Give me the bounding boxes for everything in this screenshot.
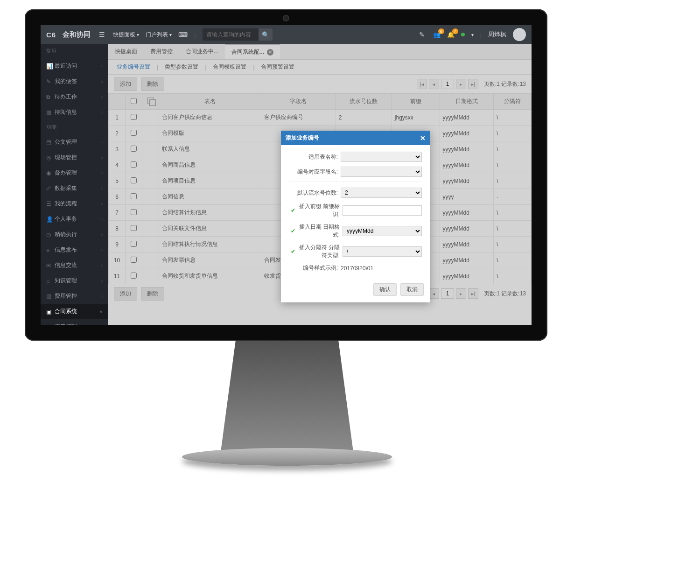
portal-list-dropdown[interactable]: 门户列表 — [146, 31, 172, 39]
sidebar-item[interactable]: ⌂知识管理› — [41, 273, 108, 288]
search-button[interactable]: 🔍 — [259, 28, 273, 41]
sidebar-item[interactable]: 📊最近访问› — [41, 58, 108, 74]
sidebar-item[interactable]: ✉信息交流› — [41, 258, 108, 273]
label-prefix: 插入前缀 前缀标识: — [299, 203, 343, 218]
select-default-digits[interactable]: 2 — [341, 188, 422, 198]
sidebar-item-icon: ◎ — [46, 154, 55, 161]
sidebar-item-label: 费用管控 — [55, 292, 101, 300]
search-input[interactable] — [203, 31, 259, 38]
modal-body: 适用表名称: 编号对应字段名: 默认流水号位数: 2 ✔ 插入前缀 前缀标 — [281, 145, 430, 283]
chevron-icon: › — [101, 278, 103, 283]
modal-header: 添加业务编号 ✕ — [281, 131, 430, 145]
sidebar-item-label: 待办工作 — [55, 93, 101, 101]
content-area: 快捷桌面费用管控合同业务中...合同系统配...✕ 业务编号设置|类型参数设置|… — [108, 44, 532, 325]
notif-bell-icon[interactable]: 🔔7 — [447, 31, 455, 38]
sidebar-item-icon: 👤 — [46, 216, 55, 223]
modal-cancel-button[interactable]: 取消 — [400, 283, 424, 296]
sidebar-item-icon: ◉ — [46, 170, 55, 176]
chevron-icon: › — [101, 94, 103, 99]
input-prefix[interactable] — [343, 205, 422, 216]
sidebar-item-label: 精确执行 — [55, 231, 101, 238]
sidebar-group-common: 常用 — [41, 44, 108, 58]
label-field-name: 编号对应字段名: — [289, 168, 341, 176]
quick-panel-dropdown[interactable]: 快捷面板 — [113, 31, 139, 39]
status-dot-icon[interactable] — [461, 33, 465, 36]
sidebar-item-icon: ◷ — [46, 231, 55, 238]
search-box: 🔍 — [203, 28, 273, 41]
sidebar-item-label: 项目管理 — [55, 323, 101, 325]
modal-ok-button[interactable]: 确认 — [373, 283, 397, 296]
notif-people-icon[interactable]: 👥6 — [433, 31, 441, 38]
sidebar-item-label: 合同系统 — [55, 308, 99, 315]
badge-count-1: 6 — [438, 28, 444, 34]
monitor-stand-neck — [219, 341, 355, 462]
monitor-stand-base — [182, 448, 392, 466]
sidebar-item-icon: ▦ — [46, 109, 55, 116]
chevron-icon: › — [101, 217, 103, 222]
chevron-icon: › — [101, 110, 103, 115]
sidebar-item-label: 待阅信息 — [55, 108, 101, 116]
sidebar-item-label: 我的便签 — [55, 77, 101, 85]
sidebar-item-icon: ☰ — [46, 201, 55, 207]
check-prefix-icon[interactable]: ✔ — [289, 207, 297, 214]
sidebar-item[interactable]: ◉督办管理› — [41, 165, 108, 181]
sidebar-item[interactable]: 👤个人事务› — [41, 211, 108, 227]
sidebar-item[interactable]: ▥费用管控› — [41, 288, 108, 304]
select-date-fmt[interactable]: yyyyMMdd — [343, 226, 422, 236]
sidebar-item[interactable]: ≡信息发布› — [41, 242, 108, 258]
chevron-icon: › — [101, 170, 103, 175]
menu-toggle-icon[interactable]: ☰ — [97, 31, 106, 38]
sidebar-item-icon: ␥ — [46, 185, 55, 192]
sidebar-item[interactable]: ✎我的便签› — [41, 74, 108, 89]
sidebar-item[interactable]: ▤项目管理› — [41, 319, 108, 325]
check-date-icon[interactable]: ✔ — [289, 228, 297, 234]
avatar[interactable] — [513, 28, 526, 41]
sidebar-item[interactable]: ▤公文管理› — [41, 134, 108, 150]
sidebar-item[interactable]: ⧉待办工作› — [41, 89, 108, 105]
sidebar-item-label: 公文管理 — [55, 138, 101, 146]
sidebar-item-icon: 📊 — [46, 63, 55, 70]
sidebar-item-icon: ▥ — [46, 293, 55, 300]
display-icon[interactable]: ⌨ — [178, 31, 188, 38]
label-default-digits: 默认流水号位数: — [289, 189, 341, 197]
check-sep-icon[interactable]: ✔ — [289, 248, 297, 255]
value-example: 20170920\01 — [341, 265, 373, 272]
sidebar-item-icon: ▤ — [46, 139, 55, 146]
modal-footer: 确认 取消 — [281, 283, 430, 302]
sidebar-item-label: 信息发布 — [55, 246, 101, 254]
chevron-icon: › — [101, 186, 103, 191]
label-table-name: 适用表名称: — [289, 153, 341, 161]
sidebar-item-icon: ⌂ — [46, 278, 55, 284]
sidebar-group-func: 功能 — [41, 120, 108, 134]
logo-c6: C6 — [46, 31, 56, 39]
add-biz-number-modal: 添加业务编号 ✕ 适用表名称: 编号对应字段名: 默认流水号位数: — [281, 131, 430, 302]
select-separator[interactable]: \ — [343, 246, 422, 257]
sidebar-item[interactable]: ␥数据采集› — [41, 181, 108, 196]
username[interactable]: 周烨枫 — [488, 30, 506, 39]
chevron-icon: › — [101, 63, 103, 69]
sidebar-item[interactable]: ▣合同系统∨ — [41, 304, 108, 319]
sidebar-item-label: 我的流程 — [55, 200, 101, 208]
chevron-icon: › — [101, 232, 103, 237]
sidebar-item[interactable]: ☰我的流程› — [41, 196, 108, 211]
sidebar-item-icon: ✎ — [46, 78, 55, 85]
sidebar-item[interactable]: ◎现场管控› — [41, 150, 108, 165]
badge-count-2: 7 — [452, 28, 458, 34]
sidebar-item[interactable]: ▦待阅信息› — [41, 105, 108, 120]
wand-icon[interactable]: ✎ — [417, 31, 427, 38]
select-table-name[interactable] — [341, 152, 422, 162]
sidebar-item-label: 现场管控 — [55, 154, 101, 161]
chevron-icon: › — [101, 294, 103, 299]
logo-name: 金和协同 — [63, 30, 91, 39]
modal-close-icon[interactable]: ✕ — [420, 134, 426, 142]
chevron-icon: › — [101, 324, 103, 325]
chevron-icon: › — [101, 263, 103, 268]
sidebar-item[interactable]: ◷精确执行› — [41, 227, 108, 242]
search-icon: 🔍 — [262, 31, 269, 38]
chevron-icon: › — [101, 140, 103, 145]
chevron-icon: › — [101, 247, 103, 252]
select-field-name[interactable] — [341, 167, 422, 177]
sidebar-item-label: 个人事务 — [55, 215, 101, 223]
sidebar-item-icon: ≡ — [46, 247, 55, 253]
sidebar-item-label: 最近访问 — [55, 62, 101, 70]
